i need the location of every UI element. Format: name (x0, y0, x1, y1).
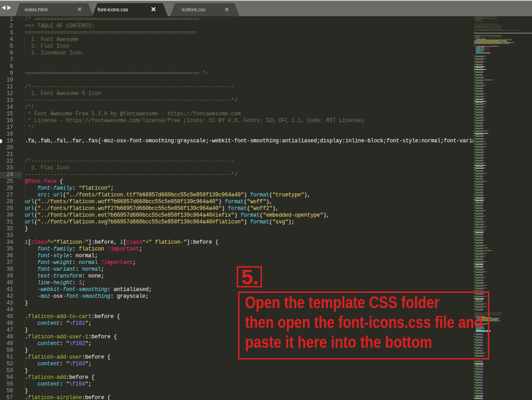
svg-text:index.html: index.html (25, 7, 47, 12)
svg-text:icofont.css: icofont.css (182, 7, 206, 12)
svg-text:font-icons.css: font-icons.css (98, 7, 128, 12)
